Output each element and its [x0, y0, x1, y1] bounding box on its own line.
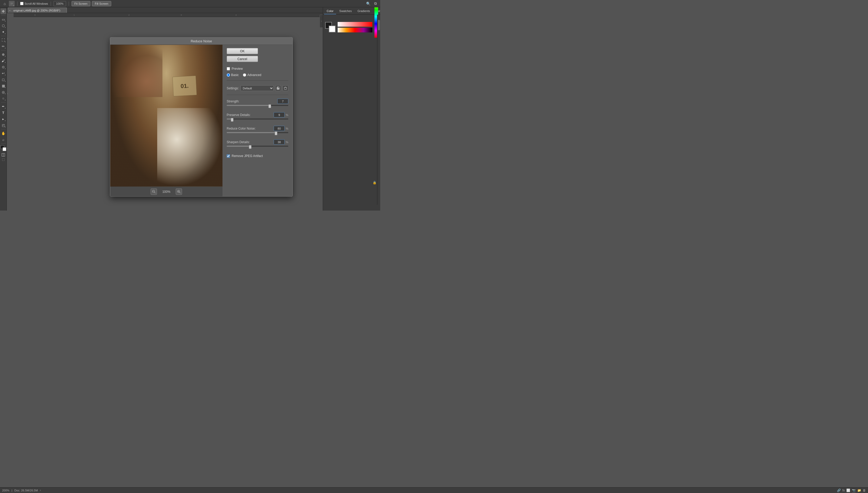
v-ruler-mark-5: 5	[7, 148, 8, 149]
healing-brush-tool-button[interactable]: ⊕▼	[1, 51, 6, 57]
dialog-title-bar[interactable]: Reduce Noise	[110, 38, 292, 45]
advanced-mode-radio-label[interactable]: Advanced	[243, 73, 261, 77]
sharpen-details-slider-fill	[227, 146, 250, 147]
swatches-panel-tab[interactable]: Swatches	[337, 8, 354, 14]
zoom-tool-button[interactable]: ⌕	[1, 137, 6, 143]
ruler-mark-0: 0	[35, 14, 36, 16]
reduce-color-noise-slider-thumb[interactable]	[275, 132, 277, 135]
arrange-icon[interactable]: ⧉	[373, 1, 378, 6]
path-selection-tool-button[interactable]: ▸▼	[1, 116, 6, 122]
dialog-title: Reduce Noise	[191, 39, 212, 43]
strength-label: Strength:	[227, 100, 240, 103]
sharpen-details-label: Sharpen Details:	[227, 140, 250, 144]
preserve-details-value-input[interactable]	[274, 112, 285, 117]
right-panel-scrollbar[interactable]	[377, 15, 380, 205]
ruler-mark-4: 4	[236, 14, 237, 16]
current-tool-icon[interactable]: ☞	[9, 1, 15, 6]
basic-mode-radio[interactable]	[227, 73, 230, 77]
reduce-color-noise-slider-row: Reduce Color Noise: %	[227, 126, 288, 135]
clone-stamp-tool-button[interactable]: ⊙▼	[1, 64, 6, 70]
search-icon[interactable]: 🔍	[365, 1, 371, 6]
brush-tool-button[interactable]: 🖌▼	[1, 58, 6, 63]
fill-screen-button[interactable]: Fill Screen	[92, 1, 111, 6]
hand-tool-button[interactable]: ✋	[1, 130, 6, 136]
horizontal-ruler: 0 1 2 3 4	[14, 13, 323, 17]
rectangular-marquee-tool-button[interactable]: ▭▼	[1, 17, 6, 22]
panel-collapse-button[interactable]: ›	[320, 15, 323, 28]
home-icon[interactable]: ⌂	[2, 1, 7, 6]
shape-tool-button[interactable]: ◰▼	[1, 122, 6, 128]
dialog-preview-area: 01. 100%	[110, 45, 222, 196]
mode-radio-row: Basic Advanced	[227, 73, 288, 77]
cancel-button[interactable]: Cancel	[227, 56, 258, 62]
tab-close-icon[interactable]: ×	[9, 9, 10, 12]
color-gradient-bar[interactable]	[338, 22, 372, 27]
v-ruler-mark-4: 4	[7, 93, 8, 94]
fit-screen-button[interactable]: Fit Screen	[71, 1, 90, 6]
preserve-details-slider-row: Preserve Details: %	[227, 112, 288, 122]
crop-tool-button[interactable]: ⛶▼	[1, 37, 6, 43]
color-gradient-bar-2[interactable]	[338, 28, 372, 33]
gradients-tab-label: Gradients	[357, 9, 370, 13]
advanced-mode-radio[interactable]	[243, 73, 246, 77]
main-layout: ✥ ▭▼ ⬡▼ ✦▼ ⛶▼ ✏▼ ⊕▼ 🖌▼ ⊙▼ ↩▼ ◻▼ ▦▼ ◎▼ ○▼…	[0, 7, 380, 211]
preview-checkbox[interactable]	[227, 67, 230, 70]
color-tab-label: Color	[327, 9, 333, 13]
scroll-all-windows-checkbox[interactable]: false Scroll All Windows	[20, 2, 48, 5]
right-panel-scroll-thumb[interactable]	[378, 20, 380, 30]
reduce-color-noise-label: Reduce Color Noise:	[227, 127, 255, 130]
ruler-mark-2: 2	[129, 14, 130, 16]
dodge-tool-button[interactable]: ○▼	[1, 95, 6, 101]
settings-delete-button[interactable]	[283, 85, 288, 91]
screen-mode-button[interactable]: ⬚	[2, 157, 5, 161]
blur-tool-button[interactable]: ◎▼	[1, 89, 6, 95]
svg-rect-10	[284, 87, 287, 90]
sharpen-details-value-input[interactable]	[274, 140, 285, 145]
preview-image[interactable]: 01.	[110, 45, 222, 187]
preview-white-fur	[157, 108, 222, 187]
strength-value-input[interactable]	[277, 99, 288, 104]
gradient-tool-button[interactable]: ▦▼	[1, 83, 6, 89]
preserve-details-slider-thumb[interactable]	[231, 118, 233, 122]
move-tool-button[interactable]: ✥	[1, 8, 6, 14]
strength-slider-container[interactable]	[227, 105, 288, 108]
lasso-tool-button[interactable]: ⬡▼	[1, 23, 6, 28]
reduce-color-noise-value-input[interactable]	[274, 126, 285, 131]
preview-zoom-out-button[interactable]	[151, 188, 157, 195]
lock-icon[interactable]: 🔒	[373, 181, 377, 185]
document-tab[interactable]: × original-LAMB.jpg @ 200% (RGB/8*)	[8, 7, 67, 13]
zoom-input[interactable]	[53, 1, 66, 6]
eyedropper-tool-button[interactable]: ✏▼	[1, 43, 6, 49]
divider-2	[227, 95, 288, 95]
preserve-details-slider-container[interactable]	[227, 118, 288, 122]
reduce-noise-dialog: Reduce Noise 01.	[110, 37, 293, 197]
background-color-box[interactable]	[329, 26, 336, 33]
pen-tool-button[interactable]: ✒▼	[1, 104, 6, 109]
strength-slider-thumb[interactable]	[268, 105, 271, 108]
foreground-background-color[interactable]	[1, 145, 6, 151]
background-color-swatch[interactable]	[3, 147, 6, 151]
remove-jpeg-artifact-checkbox[interactable]	[227, 154, 230, 157]
quick-mask-button[interactable]: ◫	[1, 152, 5, 157]
sharpen-details-value-group: %	[274, 140, 288, 145]
preview-tag: 01.	[172, 76, 197, 97]
gradients-panel-tab[interactable]: Gradients	[355, 8, 373, 14]
ruler-mark-3: 3	[181, 14, 182, 16]
collapse-icon: ›	[321, 20, 322, 22]
settings-dropdown[interactable]: Default	[241, 85, 274, 91]
reduce-color-noise-slider-container[interactable]	[227, 132, 288, 135]
ok-button[interactable]: OK	[227, 48, 258, 54]
sharpen-details-slider-thumb[interactable]	[249, 145, 251, 149]
svg-rect-9	[277, 88, 279, 89]
sharpen-details-slider-container[interactable]	[227, 145, 288, 149]
type-tool-button[interactable]: T	[1, 110, 6, 115]
top-toolbar: ⌂ ☞ false Scroll All Windows Fit Screen …	[0, 0, 380, 7]
eraser-tool-button[interactable]: ◻▼	[1, 77, 6, 82]
magic-wand-tool-button[interactable]: ✦▼	[1, 29, 6, 35]
basic-mode-radio-label[interactable]: Basic	[227, 73, 239, 77]
preview-zoom-in-button[interactable]	[176, 188, 182, 195]
color-panel-tab[interactable]: Color	[324, 8, 336, 14]
history-brush-tool-button[interactable]: ↩▼	[1, 70, 6, 76]
sharpen-details-unit: %	[286, 141, 288, 144]
settings-save-button[interactable]	[275, 85, 281, 91]
